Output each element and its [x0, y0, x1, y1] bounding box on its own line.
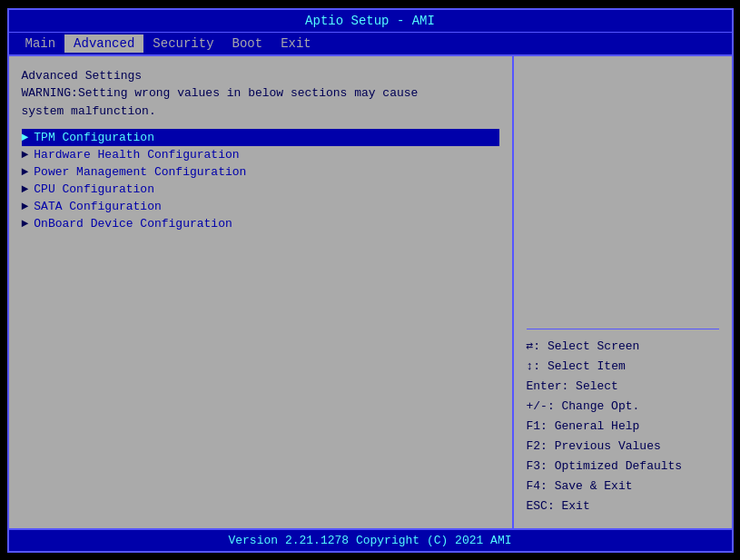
desc-7: : Save & Exit: [540, 479, 632, 493]
entry-label: OnBoard Device Configuration: [34, 217, 232, 231]
warning-text: Advanced Settings WARNING:Setting wrong …: [22, 67, 499, 121]
entry-label: CPU Configuration: [34, 182, 154, 196]
key-6: F3: [527, 459, 541, 473]
warning-line2: system malfunction.: [22, 104, 156, 118]
right-panel: ⇄: Select Screen ↕: Select Item Enter: S…: [514, 56, 732, 528]
desc-4: : General Help: [540, 419, 639, 433]
desc-8: : Exit: [548, 499, 590, 513]
arrow-icon: ►: [22, 131, 29, 144]
arrow-icon: ►: [22, 217, 29, 231]
content-area: Advanced Settings WARNING:Setting wrong …: [9, 56, 732, 528]
key-7: F4: [527, 479, 541, 493]
key-5: F2: [527, 439, 541, 453]
key-4: F1: [527, 419, 541, 433]
entry-tpm-configuration[interactable]: ► TPM Configuration: [22, 129, 499, 146]
divider: [527, 329, 719, 329]
entry-label: SATA Configuration: [34, 200, 161, 213]
entry-label: TPM Configuration: [34, 131, 154, 144]
help-line-4: F1: General Help: [527, 417, 719, 437]
menu-item-main[interactable]: Main: [16, 34, 65, 53]
menu-entries: ► TPM Configuration ► Hardware Health Co…: [22, 129, 499, 232]
key-3: +/-: [527, 399, 548, 413]
desc-0: : Select Screen: [533, 339, 639, 353]
menu-item-advanced[interactable]: Advanced: [64, 34, 143, 53]
help-line-8: ESC: Exit: [527, 496, 719, 516]
warning-line1: WARNING:Setting wrong values in below se…: [22, 86, 419, 100]
arrow-icon: ►: [22, 165, 29, 179]
app-title: Aptio Setup - AMI: [305, 14, 435, 28]
desc-3: : Change Opt.: [548, 399, 639, 413]
help-text: ⇄: Select Screen ↕: Select Item Enter: S…: [527, 337, 719, 517]
bios-window: Aptio Setup - AMI Main Advanced Security…: [7, 8, 734, 553]
entry-hardware-health[interactable]: ► Hardware Health Configuration: [22, 146, 499, 163]
entry-label: Hardware Health Configuration: [34, 148, 239, 162]
key-8: ESC: [527, 499, 548, 513]
arrow-icon: ►: [22, 182, 29, 196]
help-line-5: F2: Previous Values: [527, 437, 719, 457]
entry-cpu-configuration[interactable]: ► CPU Configuration: [22, 181, 499, 198]
entry-onboard-device[interactable]: ► OnBoard Device Configuration: [22, 215, 499, 232]
version-text: Version 2.21.1278 Copyright (C) 2021 AMI: [228, 534, 511, 547]
desc-5: : Previous Values: [540, 439, 661, 453]
heading: Advanced Settings: [22, 69, 143, 83]
key-2: Enter: [527, 379, 562, 393]
arrow-icon: ►: [22, 200, 29, 213]
arrow-icon: ►: [22, 148, 29, 162]
help-line-6: F3: Optimized Defaults: [527, 457, 719, 476]
left-panel: Advanced Settings WARNING:Setting wrong …: [9, 56, 514, 528]
help-line-3: +/-: Change Opt.: [527, 397, 719, 417]
title-bar: Aptio Setup - AMI: [9, 10, 732, 33]
help-line-1: ↕: Select Item: [527, 357, 719, 377]
desc-6: : Optimized Defaults: [540, 459, 682, 473]
help-line-7: F4: Save & Exit: [527, 476, 719, 496]
entry-sata-configuration[interactable]: ► SATA Configuration: [22, 198, 499, 215]
menu-bar: Main Advanced Security Boot Exit: [9, 33, 732, 56]
help-line-0: ⇄: Select Screen: [527, 337, 719, 357]
menu-item-exit[interactable]: Exit: [271, 34, 321, 53]
entry-power-management[interactable]: ► Power Management Configuration: [22, 163, 499, 181]
help-line-2: Enter: Select: [527, 377, 719, 397]
menu-item-boot[interactable]: Boot: [223, 34, 272, 53]
footer: Version 2.21.1278 Copyright (C) 2021 AMI: [9, 528, 732, 551]
entry-label: Power Management Configuration: [34, 165, 246, 179]
desc-2: : Select: [562, 379, 618, 393]
desc-1: : Select Item: [533, 359, 625, 373]
menu-item-security[interactable]: Security: [143, 34, 222, 53]
